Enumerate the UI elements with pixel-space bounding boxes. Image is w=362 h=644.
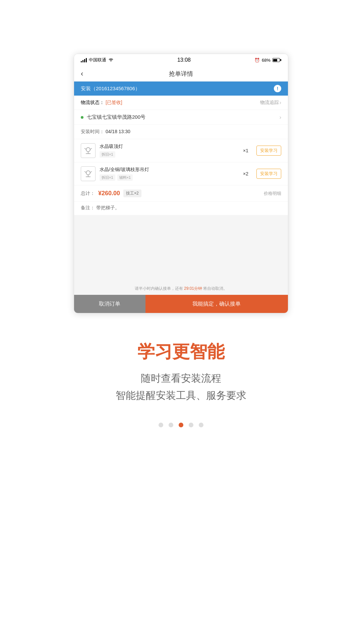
note-row: 备注： 带把梯子。 [74,202,288,215]
dot-3[interactable] [189,423,193,427]
total-left: 总计： ¥260.00 技工×2 [81,190,141,197]
product-tag-2-0: 拆旧×1 [100,174,115,181]
wifi-icon [108,58,114,63]
countdown-text: 29:01分钟 [184,286,202,291]
hint-suffix: 将自动取消。 [203,286,227,291]
status-bar: 中国联通 13:08 ⏰ 68% [74,54,288,66]
phone-frame-area: 中国联通 13:08 ⏰ 68% [0,0,362,313]
product-qty-2: ×2 [243,171,248,176]
battery-percent: 68% [262,58,270,63]
price-detail-link[interactable]: 价格明细 [264,191,281,197]
back-button[interactable]: ‹ [81,69,83,78]
address-chevron-icon: › [280,114,281,120]
total-amount: ¥260.00 [98,190,120,197]
product-icon-2 [81,166,96,181]
product-row-1: 水晶吸顶灯 拆旧×1 ×1 安装学习 [74,139,288,162]
gray-area [74,215,288,282]
product-icon-1 [81,143,96,158]
tech-badge: 技工×2 [123,190,141,197]
hint-prefix: 请半小时内确认接单，还有 [135,286,183,291]
confirm-button[interactable]: 我能搞定，确认接单 [145,295,288,313]
product-name-2: 水晶/全铜/玻璃枝形吊灯 [100,167,239,173]
nav-bar: ‹ 抢单详情 [74,66,288,82]
battery-icon [273,58,281,62]
alarm-icon: ⏰ [254,58,260,63]
status-right: ⏰ 68% [254,58,281,63]
note-label: 备注： [81,205,95,210]
logistics-row: 物流状态： [已签收] 物流追踪 › [74,96,288,110]
install-time-value: 04/18 13:30 [106,129,130,134]
page-title: 抢单详情 [169,70,193,78]
logistics-status: [已签收] [106,100,122,105]
total-row: 总计： ¥260.00 技工×2 价格明细 [74,185,288,202]
product-qty-1: ×1 [243,148,248,153]
dot-4[interactable] [199,423,203,427]
dot-1[interactable] [169,423,173,427]
address-row[interactable]: 七宝镇七宝镇华茂路200号 › [74,110,288,125]
promo-sub2: 智能提醒安装工具、服务要求 [116,389,246,402]
bottom-hint: 请半小时内确认接单，还有 29:01分钟 将自动取消。 [74,282,288,295]
product-tags-1: 拆旧×1 [100,151,239,158]
product-tag-1-0: 拆旧×1 [100,151,115,158]
cancel-button[interactable]: 取消订单 [74,295,145,313]
svg-point-0 [86,148,90,152]
logistics-left: 物流状态： [已签收] [81,100,122,106]
status-left: 中国联通 [81,57,114,63]
total-label: 总计： [81,191,95,197]
address-dot-icon [81,116,83,119]
carrier-label: 中国联通 [89,57,106,63]
track-label: 物流追踪 [260,100,279,106]
product-tag-2-1: 辅料×1 [117,174,133,181]
chevron-right-icon: › [280,100,281,106]
learn-button-2[interactable]: 安装学习 [256,169,281,179]
product-tags-2: 拆旧×1 辅料×1 [100,174,239,181]
order-header: 安装（20161234567806） ! [74,82,288,96]
product-row-2: 水晶/全铜/玻璃枝形吊灯 拆旧×1 辅料×1 ×2 安装学习 [74,162,288,185]
product-name-1: 水晶吸顶灯 [100,144,239,150]
signal-bars-icon [81,58,87,62]
phone-frame: 中国联通 13:08 ⏰ 68% [74,54,288,313]
promo-section: 学习更智能 随时查看安装流程 智能提醒安装工具、服务要求 [0,313,362,427]
product-info-1: 水晶吸顶灯 拆旧×1 [100,144,239,158]
pagination-dots [159,423,203,427]
order-info-icon[interactable]: ! [274,85,281,92]
note-text: 带把梯子。 [96,205,120,210]
svg-point-5 [86,171,90,175]
order-header-text: 安装（20161234567806） [81,86,140,92]
product-info-2: 水晶/全铜/玻璃枝形吊灯 拆旧×1 辅料×1 [100,167,239,181]
promo-sub1: 随时查看安装流程 [141,372,221,385]
learn-button-1[interactable]: 安装学习 [256,146,281,156]
dot-0[interactable] [159,423,163,427]
dot-2[interactable] [179,423,183,427]
install-time-row: 安装时间： 04/18 13:30 [74,125,288,139]
logistics-track[interactable]: 物流追踪 › [260,100,281,106]
address-text: 七宝镇七宝镇华茂路200号 [87,114,280,120]
time-display: 13:08 [177,57,191,63]
bottom-buttons: 取消订单 我能搞定，确认接单 [74,295,288,313]
install-time-label: 安装时间： [81,129,104,134]
logistics-label: 物流状态： [81,100,104,105]
promo-title: 学习更智能 [137,340,225,364]
